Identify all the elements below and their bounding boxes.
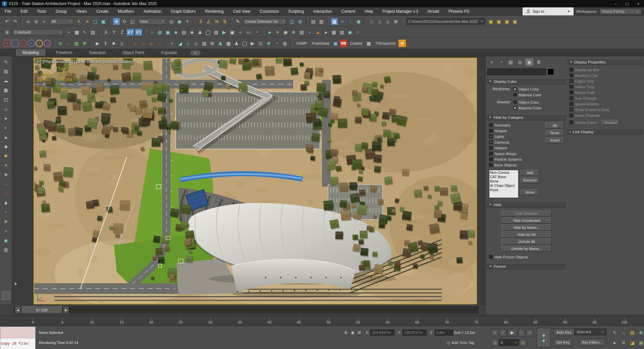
time-slider-track[interactable] xyxy=(13,306,479,313)
pages2-icon[interactable]: ▧ xyxy=(201,40,208,47)
person2-icon[interactable]: ♟ xyxy=(233,40,240,47)
maxscript-mini-listener[interactable]: Copy 25 file: xyxy=(0,327,36,349)
diamond-icon[interactable]: ◆ xyxy=(3,143,9,150)
next-frame-arrow[interactable]: ▶ xyxy=(63,306,69,313)
menu-animation[interactable]: Animation xyxy=(139,7,166,15)
red-drop-icon[interactable]: ● xyxy=(3,190,9,197)
hide-selected-button[interactable]: Hide Selected xyxy=(501,210,552,216)
menu-rendering[interactable]: Rendering xyxy=(200,7,228,15)
checker-tool-icon[interactable]: ▦ xyxy=(365,40,372,47)
mini-list-icon[interactable]: ≡ xyxy=(620,339,627,346)
mini-arrow-icon[interactable]: ▸ xyxy=(611,339,619,346)
next-frame-button[interactable]: › xyxy=(518,329,525,336)
checkbox-show-frozen-in-gray[interactable]: ✓Show Frozen in Gray xyxy=(570,107,641,112)
layer-manager-icon[interactable]: ≣ xyxy=(3,29,11,36)
select-and-place-icon[interactable]: ◉ xyxy=(176,18,183,25)
wireframe-object-color-radio[interactable]: Object Color xyxy=(513,86,541,92)
character-icon[interactable]: ♟ xyxy=(196,29,204,36)
pause-sim-icon[interactable]: ‖ xyxy=(102,40,109,47)
delete-sim-icon[interactable]: ▯ xyxy=(118,40,125,47)
checkbox-backface-cull[interactable]: Backface Cull xyxy=(570,72,641,78)
sign-in-button[interactable]: Sign In ▼ xyxy=(523,7,574,15)
fire-icon[interactable]: ▲ xyxy=(314,29,321,36)
windows-icon[interactable]: ⊞ xyxy=(209,40,216,47)
restrict-y-icon[interactable]: Y xyxy=(110,29,118,36)
utilities-tab-icon[interactable]: ⚙ xyxy=(535,58,543,66)
z-coordinate-field[interactable]: 0.0m xyxy=(435,330,453,336)
select-and-manipulate-icon[interactable]: ⌖ xyxy=(184,18,191,25)
ring2-icon[interactable]: ◯ xyxy=(241,40,248,47)
checkbox-see-through[interactable]: See-Through xyxy=(570,95,641,101)
select-and-link-icon[interactable]: ∞ xyxy=(24,18,32,25)
menu-tools[interactable]: Tools xyxy=(32,7,51,15)
close-button[interactable]: × xyxy=(633,0,644,7)
dots-icon[interactable]: ∴ xyxy=(3,181,9,187)
remove-button[interactable]: Remove xyxy=(521,177,539,183)
checkbox-geometry[interactable]: Geometry xyxy=(489,122,545,128)
menu-help[interactable]: Help xyxy=(360,7,378,15)
all-button[interactable]: All xyxy=(545,122,564,129)
key-filters-button[interactable]: Key Filters... xyxy=(579,339,605,346)
camera-icon[interactable]: ▣ xyxy=(164,29,171,36)
spinner-snap-icon[interactable]: ⇅ xyxy=(221,18,228,25)
curve-editor-icon[interactable]: ≈ xyxy=(339,18,346,25)
bulb2-icon[interactable]: ◍ xyxy=(281,40,288,47)
motion-tab-icon[interactable]: ◎ xyxy=(516,58,524,66)
phoenix-foam-icon[interactable]: ∘ xyxy=(36,40,43,47)
previous-key-button[interactable]: ◁ xyxy=(491,339,498,346)
edit-named-selection-sets-icon[interactable]: ✎ xyxy=(234,18,241,25)
redo-icon[interactable]: ↷ xyxy=(11,18,19,25)
select-and-move-icon[interactable]: ⊕ xyxy=(113,18,120,25)
current-frame-field[interactable]: 0 ⇅ xyxy=(499,339,519,346)
droplet2-icon[interactable]: ❄ xyxy=(354,29,362,36)
cloud-icon[interactable]: ☁ xyxy=(3,77,9,84)
select-objects-in-layer-icon[interactable]: ↖ xyxy=(81,29,89,36)
checker-green-icon[interactable]: ▦ xyxy=(73,40,80,47)
viewport-layout-tab[interactable] xyxy=(2,291,10,300)
select-and-rotate-icon[interactable]: ↻ xyxy=(121,18,128,25)
shaded-material-color-radio[interactable]: Material Color xyxy=(513,105,541,111)
burst-icon[interactable]: ✱ xyxy=(81,40,88,47)
workspace-dropdown[interactable]: Hosny Fahmy ▼ xyxy=(599,8,641,14)
shaded-object-color-radio[interactable]: Object Color xyxy=(513,99,541,105)
target-icon[interactable]: ◉ xyxy=(3,237,9,244)
menu-civil-view[interactable]: Civil View xyxy=(228,7,255,15)
wave-icon[interactable]: ≈ xyxy=(168,40,176,47)
go-to-end-button[interactable]: » xyxy=(526,329,533,336)
sun-icon[interactable]: ☀ xyxy=(274,29,281,36)
restrict-x-icon[interactable]: X xyxy=(102,29,110,36)
checkbox-never-degrade[interactable]: Never Degrade xyxy=(570,112,641,118)
list-icon[interactable]: ▤ xyxy=(180,29,187,36)
listener-line[interactable]: Copy 25 file: xyxy=(0,338,35,349)
add-time-tag[interactable]: ◷ Add Time Tag xyxy=(447,339,474,347)
toggle-layer-explorer-icon[interactable]: ▥ xyxy=(318,18,325,25)
window-icon[interactable]: ▦ xyxy=(330,29,337,36)
ribbon-minimize-dropdown[interactable]: ▾ xyxy=(191,50,201,55)
lister2-icon[interactable]: ▤ xyxy=(298,29,305,36)
rendered-frame-window-icon[interactable]: ♨ xyxy=(376,18,383,25)
project-folder-path-dropdown[interactable]: C:\Users\20122\Documents\3ds Max 2020▼ xyxy=(406,18,485,25)
xsmp-button[interactable]: XSMP xyxy=(294,40,309,47)
home-icon[interactable]: ⌂ xyxy=(620,329,627,336)
checkbox-vertex-ticks[interactable]: Vertex Ticks xyxy=(570,84,641,90)
grid-play-icon[interactable]: ⊡ xyxy=(257,40,264,47)
frame-spinner[interactable]: ⇅ xyxy=(515,341,517,344)
material-editor-icon[interactable]: ◉ xyxy=(355,18,362,25)
pages-play-icon[interactable]: ▶ xyxy=(249,40,256,47)
play-grid-icon[interactable]: ▶ xyxy=(220,29,228,36)
render-flyout-icon[interactable]: ⊞ xyxy=(392,18,399,25)
absolute-mode-icon[interactable]: ⊞ xyxy=(356,330,362,336)
restrict-xy-plane-icon[interactable]: XY xyxy=(126,29,134,36)
window-crossing-icon[interactable]: ▣ xyxy=(100,18,107,25)
undo-icon[interactable]: ↶ xyxy=(3,18,11,25)
lister3-icon[interactable]: ▥ xyxy=(338,29,345,36)
ship-icon[interactable]: ◢ xyxy=(176,40,184,47)
gizmo-status-icon[interactable]: ⊕ xyxy=(637,329,644,336)
mini-swatch-icon[interactable]: ◪ xyxy=(629,339,636,346)
hide-unselected-button[interactable]: Hide Unselected xyxy=(501,217,552,223)
snap-toggle-3d-icon[interactable]: 3 xyxy=(197,18,204,25)
ribbon-tab-populate[interactable]: Populate xyxy=(155,50,183,56)
menu-graph-editors[interactable]: Graph Editors xyxy=(166,7,200,15)
light-icon[interactable]: ◍ xyxy=(156,29,163,36)
previous-frame-button[interactable]: ‹ xyxy=(499,329,506,336)
